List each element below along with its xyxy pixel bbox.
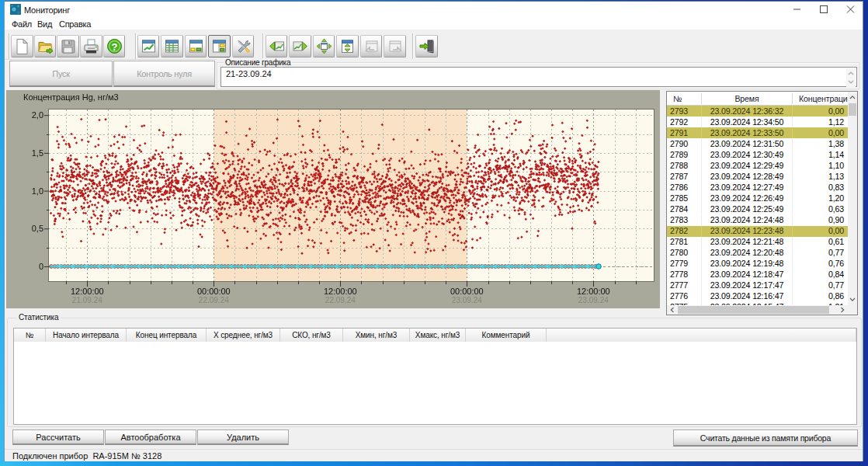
svg-text:?: ?: [111, 41, 117, 53]
